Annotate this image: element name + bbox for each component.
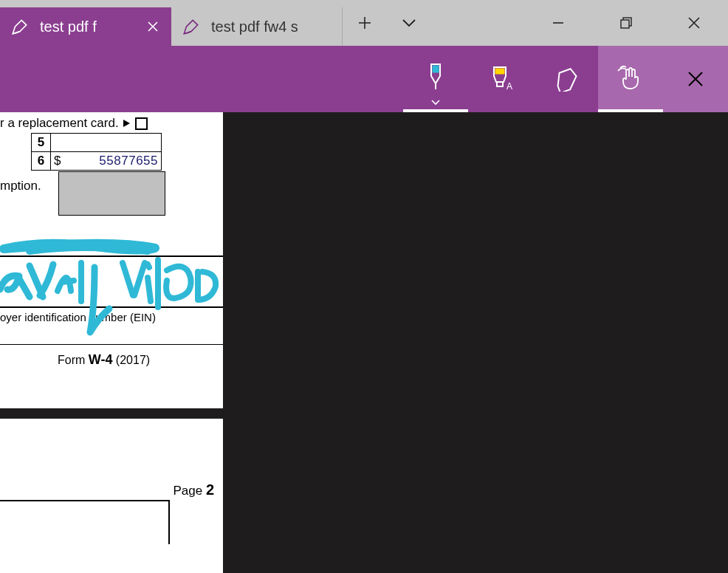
row5-amount-cell bbox=[51, 134, 162, 152]
replacement-card-text: r a replacement card. bbox=[0, 116, 148, 131]
highlighter-tool-button[interactable]: A bbox=[468, 46, 533, 112]
form-table: 5 6 $ 55877655 bbox=[31, 133, 162, 171]
pen-tool-button[interactable] bbox=[403, 46, 468, 112]
triangle-right-icon bbox=[122, 119, 131, 128]
amount-value: 55877655 bbox=[99, 154, 158, 168]
pdf-page-2: Page 2 bbox=[0, 419, 223, 573]
form-box bbox=[0, 500, 170, 544]
plus-icon bbox=[357, 16, 372, 30]
tab-title: test pdf f bbox=[40, 18, 139, 35]
svg-rect-3 bbox=[495, 69, 505, 75]
ein-label: oyer identification number (EIN) bbox=[0, 311, 156, 323]
svg-rect-1 bbox=[621, 20, 629, 28]
rule-line bbox=[0, 255, 223, 257]
pdf-page-1: r a replacement card. 5 6 $ 55877655 mpt… bbox=[0, 112, 223, 408]
pen-nib-icon bbox=[182, 17, 201, 36]
window-restore-button[interactable] bbox=[592, 0, 660, 46]
row-number: 6 bbox=[32, 152, 51, 171]
shaded-box bbox=[58, 171, 165, 216]
checkbox[interactable] bbox=[135, 117, 148, 130]
tab-list-button[interactable] bbox=[387, 0, 431, 46]
chevron-down-icon bbox=[430, 99, 441, 106]
tab-title: test pdf fw4 s bbox=[211, 18, 332, 35]
window-close-button[interactable] bbox=[660, 0, 728, 46]
svg-rect-2 bbox=[433, 66, 439, 73]
title-bar: test pdf f test pdf fw4 s bbox=[0, 0, 728, 46]
row6-amount-cell: $ 55877655 bbox=[51, 152, 162, 171]
highlighter-icon: A bbox=[487, 64, 514, 94]
pen-nib-icon bbox=[10, 17, 30, 36]
titlebar-spacer bbox=[431, 0, 524, 46]
chevron-down-icon bbox=[402, 18, 416, 28]
browser-tab-inactive[interactable]: test pdf fw4 s bbox=[171, 7, 343, 46]
tab-close-button[interactable] bbox=[145, 18, 161, 35]
close-icon bbox=[147, 21, 159, 32]
ballpoint-pen-icon bbox=[423, 61, 448, 94]
rule-line bbox=[0, 306, 223, 308]
form-year: (2017) bbox=[112, 354, 150, 366]
minimize-icon bbox=[552, 16, 565, 30]
restore-icon bbox=[619, 16, 633, 30]
eraser-tool-button[interactable] bbox=[533, 46, 598, 112]
text-fragment: r a replacement card. bbox=[0, 116, 119, 131]
window-minimize-button[interactable] bbox=[524, 0, 592, 46]
text-fragment: mption. bbox=[0, 179, 41, 193]
page-number: 2 bbox=[206, 481, 214, 498]
close-icon bbox=[687, 70, 704, 88]
svg-text:A: A bbox=[506, 81, 512, 92]
svg-rect-4 bbox=[497, 82, 503, 86]
form-name: W-4 bbox=[89, 352, 113, 367]
browser-tab-active[interactable]: test pdf f bbox=[0, 7, 171, 46]
touch-hand-icon bbox=[616, 64, 645, 92]
close-icon bbox=[687, 16, 701, 30]
pdf-viewport[interactable]: r a replacement card. 5 6 $ 55877655 mpt… bbox=[0, 112, 728, 573]
page-label: Page 2 bbox=[173, 481, 214, 498]
row-number: 5 bbox=[32, 134, 51, 152]
touch-writing-button[interactable] bbox=[598, 46, 663, 112]
new-tab-button[interactable] bbox=[343, 0, 387, 46]
eraser-icon bbox=[552, 66, 580, 92]
text-fragment: Page bbox=[173, 484, 205, 498]
close-ink-toolbar-button[interactable] bbox=[663, 46, 728, 112]
rule-line bbox=[0, 344, 223, 345]
form-footer: Form W-4 (2017) bbox=[58, 352, 150, 368]
dollar-sign: $ bbox=[54, 154, 61, 168]
text-fragment: Form bbox=[58, 354, 89, 366]
ink-toolbar: A bbox=[0, 46, 728, 112]
